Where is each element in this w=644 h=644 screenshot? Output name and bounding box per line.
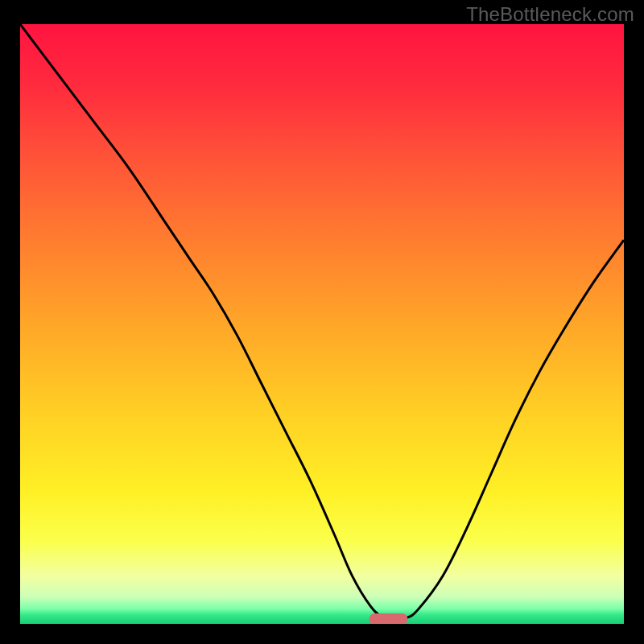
- chart-frame: TheBottleneck.com: [0, 0, 644, 644]
- plot-area: [20, 24, 624, 624]
- gradient-background: [20, 24, 624, 624]
- optimal-marker: [369, 613, 408, 624]
- bottleneck-chart: [20, 24, 624, 624]
- watermark-text: TheBottleneck.com: [466, 3, 634, 26]
